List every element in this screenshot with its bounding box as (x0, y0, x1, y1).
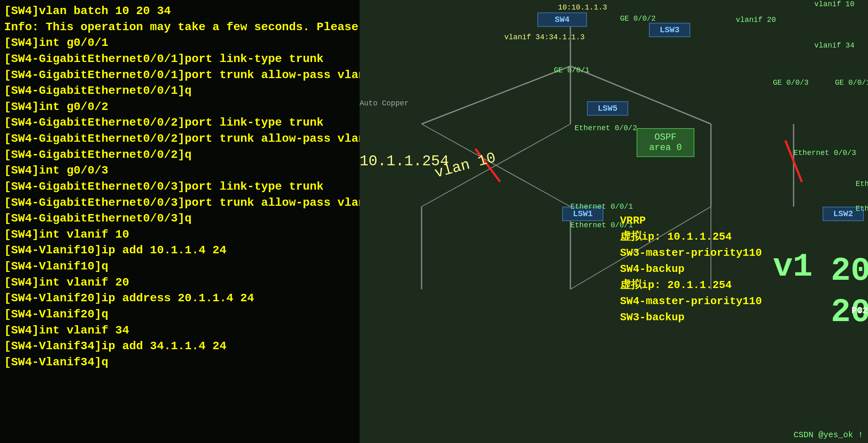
vrrp-sw3-role1: SW3-master-priority110 (620, 245, 762, 261)
terminal-line-6: [SW4]int g0/0/2 (4, 99, 355, 115)
eth002-label: Ethernet 0/0/2 (575, 124, 637, 132)
ge001-right-label: GE 0/0/1 (835, 79, 868, 87)
terminal-line-20: [SW4]int vlanif 34 (4, 323, 355, 339)
terminal-line-3: [SW4-GigabitEthernet0/0/1]port link-type… (4, 51, 355, 67)
vlanif10-label: vlanif 10 (814, 0, 854, 8)
terminal-line-13: [SW4-GigabitEthernet0/0/3]q (4, 211, 355, 227)
terminal-line-5: [SW4-GigabitEthernet0/0/1]q (4, 83, 355, 99)
vlan20-large1: 20 (831, 252, 868, 290)
ip-10-1-1-label: 10.1.1.254 (360, 153, 449, 170)
terminal-line-12: [SW4-GigabitEthernet0/0/3]port trunk all… (4, 195, 355, 211)
terminal-line-4: [SW4-GigabitEthernet0/0/1]port trunk all… (4, 67, 355, 83)
svg-line-1 (422, 66, 570, 124)
terminal-line-17: [SW4]int vlanif 20 (4, 275, 355, 291)
terminal-line-8: [SW4-GigabitEthernet0/0/2]port trunk all… (4, 131, 355, 147)
terminal-line-9: [SW4-GigabitEthernet0/0/2]q (4, 147, 355, 163)
v1-label: v1 (773, 248, 813, 286)
terminal-line-18: [SW4-Vlanif20]ip address 20.1.1.4 24 (4, 291, 355, 307)
vrrp-vip2-ip: 20.1.1.254 (667, 279, 732, 291)
terminal-line-0: [SW4]vlan batch 10 20 34 (4, 3, 355, 19)
vlanif34-ip-label: vlanif 34:34.1.1.3 (504, 33, 584, 41)
ge001-label: GE 0/0/1 (554, 66, 589, 74)
vlanif20-label: vlanif 20 (736, 16, 776, 24)
terminal-line-7: [SW4-GigabitEthernet0/0/2]port link-type… (4, 115, 355, 131)
eth002b-label: Ethernet 0/0/2 (856, 205, 868, 213)
lsw3-node: LSW3 (649, 23, 690, 37)
watermark: CSDN @yes_ok ! (794, 430, 863, 440)
ospf-area: area 0 (643, 143, 688, 153)
terminal-line-16: [SW4-Vlanif10]q (4, 259, 355, 275)
ospf-box: OSPF area 0 (637, 128, 694, 157)
auto-copper-label: Auto Copper (360, 99, 409, 107)
vrrp-box: VRRP 虚拟ip: 10.1.1.254 SW3-master-priorit… (620, 213, 762, 326)
network-diagram: 10:10.1.1.3 GE 0/0/2 vlanif 10 SW4 LSW3 … (339, 0, 868, 443)
terminal-line-1: Info: This operation may take a few seco… (4, 19, 355, 36)
eth001-label: Ethernet 0/0/1 (570, 202, 633, 211)
pc2-label: PC2 (851, 306, 868, 316)
vrrp-sw3-role2: SW3-backup (620, 310, 762, 326)
terminal-line-22: [SW4-Vlanif34]q (4, 355, 355, 371)
vrrp-vip2-line: 虚拟ip: 20.1.1.254 (620, 277, 762, 293)
ge002-label: GE 0/0/2 (620, 14, 656, 23)
vrrp-vip1-ip: 10.1.1.254 (667, 231, 732, 243)
ospf-label: OSPF (643, 132, 688, 143)
sw4-top-node: SW4 (537, 12, 587, 27)
terminal-line-15: [SW4-Vlanif10]ip add 10.1.1.4 24 (4, 243, 355, 259)
eth001-right-label: Ethernet 0/0/1 (856, 180, 868, 188)
vrrp-vip2-label: 虚拟ip: (620, 279, 661, 291)
terminal-line-21: [SW4-Vlanif34]ip add 34.1.1.4 24 (4, 338, 355, 355)
vlanif34-label: vlanif 34 (814, 41, 854, 50)
terminal-line-2: [SW4]int g0/0/1 (4, 35, 355, 51)
terminal-line-11: [SW4-GigabitEthernet0/0/3]port link-type… (4, 179, 355, 195)
terminal-line-10: [SW4]int g0/0/3 (4, 163, 355, 179)
terminal-line-14: [SW4]int vlanif 10 (4, 227, 355, 243)
vrrp-sw4-role2: SW4-master-priority110 (620, 293, 762, 310)
terminal-window: [SW4]vlan batch 10 20 34 Info: This oper… (0, 0, 360, 443)
ge003-label: GE 0/0/3 (773, 79, 808, 87)
eth003-label: Ethernet 0/0/3 (794, 149, 856, 157)
vrrp-title: VRRP (620, 213, 762, 229)
vrrp-sw4-role1: SW4-backup (620, 261, 762, 277)
vrrp-vip1-label: 虚拟ip: (620, 231, 661, 243)
lsw5-node: LSW5 (587, 101, 628, 116)
vrrp-vip1-line: 虚拟ip: 10.1.1.254 (620, 229, 762, 245)
sw4-top-ip-label: 10:10.1.1.3 (558, 3, 607, 12)
terminal-line-19: [SW4-Vlanif20]q (4, 307, 355, 323)
